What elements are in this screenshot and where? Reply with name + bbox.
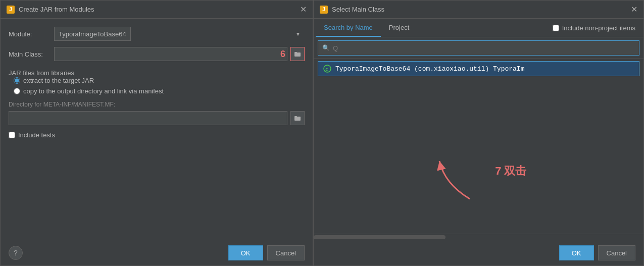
module-row: Module: TyporaImageToBase64 bbox=[9, 27, 305, 41]
search-bar-area: 🔍 bbox=[314, 37, 643, 59]
include-tests-label: Include tests bbox=[18, 131, 55, 139]
tab-search-by-name[interactable]: Search by Name bbox=[316, 19, 381, 37]
radio-group: extract to the target JAR copy to the ou… bbox=[9, 77, 305, 95]
main-class-label: Main Class: bbox=[9, 50, 49, 58]
result-item-text: TyporaImageToBase64 (com.xiaoxiao.util) … bbox=[335, 65, 524, 73]
main-class-input[interactable] bbox=[54, 47, 287, 61]
radio-copy-text: copy to the output directory and link vi… bbox=[23, 87, 164, 95]
arrow-svg bbox=[429, 153, 490, 204]
folder-icon-manifest bbox=[294, 115, 301, 122]
svg-rect-3 bbox=[294, 116, 297, 117]
left-dialog-close-button[interactable]: ✕ bbox=[300, 5, 307, 14]
svg-rect-2 bbox=[294, 117, 301, 121]
manifest-input[interactable] bbox=[9, 111, 287, 125]
folder-icon bbox=[294, 50, 301, 58]
svg-rect-1 bbox=[294, 52, 297, 53]
main-class-browse-button[interactable] bbox=[290, 47, 305, 61]
svg-rect-0 bbox=[294, 52, 301, 57]
right-dialog-icon: J bbox=[320, 6, 328, 14]
jar-libraries-section: JAR files from libraries extract to the … bbox=[9, 67, 305, 95]
tabs-and-options-bar: Search by Name Project Include non-proje… bbox=[314, 19, 643, 37]
search-input-wrapper: 🔍 bbox=[318, 40, 639, 56]
footer-buttons: OK Cancel bbox=[228, 245, 305, 260]
right-dialog-close-button[interactable]: ✕ bbox=[631, 5, 637, 14]
right-cancel-button[interactable]: Cancel bbox=[598, 245, 635, 260]
result-item-typora[interactable]: c TyporaImageToBase64 (com.xiaoxiao.util… bbox=[318, 61, 639, 76]
manifest-browse-button[interactable] bbox=[290, 111, 305, 125]
step6-badge: 6 bbox=[280, 49, 285, 60]
right-dialog-titlebar: J Select Main Class ✕ bbox=[314, 1, 643, 19]
jar-libraries-header: JAR files from libraries bbox=[9, 69, 305, 77]
left-dialog-titlebar: J Create JAR from Modules ✕ bbox=[1, 1, 313, 19]
module-select[interactable]: TyporaImageToBase64 bbox=[54, 27, 131, 41]
tab-project[interactable]: Project bbox=[381, 19, 417, 37]
module-select-wrapper: TyporaImageToBase64 bbox=[54, 27, 305, 41]
results-list: c TyporaImageToBase64 (com.xiaoxiao.util… bbox=[314, 59, 643, 148]
titlebar-left: J Create JAR from Modules bbox=[7, 6, 94, 14]
annotation-area: 7 双击 bbox=[314, 148, 643, 234]
left-cancel-button[interactable]: Cancel bbox=[267, 245, 305, 260]
include-non-project-checkbox[interactable] bbox=[553, 25, 559, 31]
radio-copy-label[interactable]: copy to the output directory and link vi… bbox=[14, 87, 305, 95]
create-jar-dialog: J Create JAR from Modules ✕ Module: Typo… bbox=[0, 0, 313, 266]
right-dialog-title: Select Main Class bbox=[332, 6, 384, 13]
manifest-section: Directory for META-INF/MANIFEST.MF: bbox=[9, 101, 305, 125]
scrollbar-thumb[interactable] bbox=[314, 235, 445, 239]
radio-extract-input[interactable] bbox=[14, 77, 20, 84]
module-label: Module: bbox=[9, 30, 49, 38]
search-input[interactable] bbox=[333, 44, 635, 52]
non-project-items-row: Include non-project items bbox=[544, 20, 643, 36]
radio-extract-label[interactable]: extract to the target JAR bbox=[14, 77, 305, 84]
include-non-project-label: Include non-project items bbox=[562, 24, 635, 32]
right-dialog-footer: OK Cancel bbox=[314, 240, 643, 265]
manifest-row bbox=[9, 111, 305, 125]
include-tests-row: Include tests bbox=[9, 131, 305, 139]
left-dialog-footer: ? OK Cancel bbox=[1, 240, 313, 265]
help-button[interactable]: ? bbox=[9, 246, 23, 260]
class-icon: c bbox=[323, 65, 331, 73]
svg-text:c: c bbox=[325, 67, 328, 72]
right-ok-button[interactable]: OK bbox=[559, 245, 594, 260]
left-dialog-content: Module: TyporaImageToBase64 Main Class: … bbox=[1, 19, 313, 240]
left-dialog-title: Create JAR from Modules bbox=[19, 6, 94, 13]
main-class-row: Main Class: 6 bbox=[9, 47, 305, 61]
select-main-class-dialog: J Select Main Class ✕ Search by Name Pro… bbox=[313, 0, 644, 266]
jar-icon: J bbox=[7, 6, 15, 14]
step7-annotation: 7 双击 bbox=[495, 164, 526, 179]
horizontal-scrollbar[interactable] bbox=[314, 234, 643, 240]
include-tests-checkbox[interactable] bbox=[9, 132, 15, 138]
right-titlebar-left: J Select Main Class bbox=[320, 6, 384, 14]
main-class-input-wrapper: 6 bbox=[54, 47, 305, 61]
radio-extract-text: extract to the target JAR bbox=[23, 77, 94, 84]
radio-copy-input[interactable] bbox=[14, 88, 20, 94]
left-ok-button[interactable]: OK bbox=[228, 245, 263, 260]
search-magnifier-icon: 🔍 bbox=[322, 44, 330, 51]
manifest-label: Directory for META-INF/MANIFEST.MF: bbox=[9, 101, 305, 108]
tabs-bar: Search by Name Project bbox=[314, 19, 544, 37]
